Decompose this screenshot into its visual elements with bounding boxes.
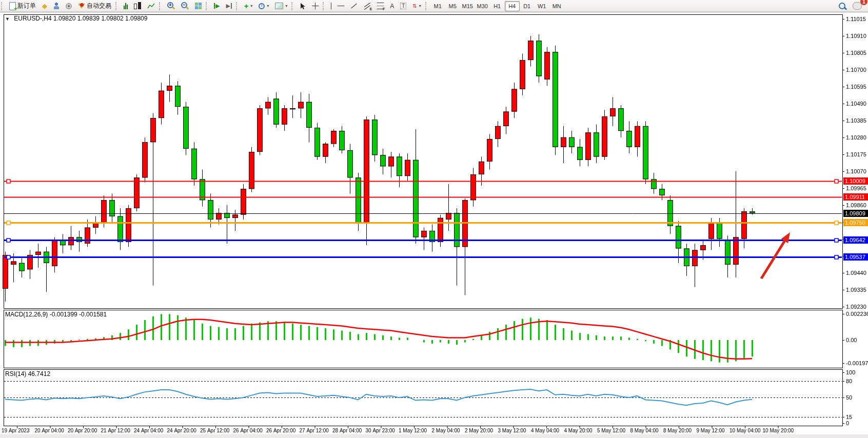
symbol-label: EURUSD-,H4 [14, 15, 51, 22]
trendline-button[interactable] [348, 1, 360, 11]
auto-scroll-icon: ▶ [214, 3, 220, 9]
profile-button[interactable] [51, 1, 62, 11]
search-icon [838, 2, 846, 10]
market-watch-button[interactable]: ◆ [40, 1, 50, 11]
rsi-value: 46.7412 [28, 370, 50, 377]
horizontal-line-icon [338, 6, 344, 6]
timeframe-button-d1[interactable]: D1 [520, 1, 535, 11]
chart-shift-icon: ▶ [226, 3, 231, 9]
text-label-icon: T [400, 3, 406, 9]
toolbar-grip[interactable] [236, 2, 239, 10]
macd-header: MACD(12,26,9) -0.001399 -0.001581 [5, 311, 107, 318]
text-label-button[interactable]: T [398, 1, 409, 11]
autotrade-icon [78, 4, 85, 9]
fibonacci-icon: F [377, 3, 384, 9]
price-level-badge: 1.09537 [843, 253, 868, 261]
auto-scroll-button[interactable]: ▶ [211, 1, 222, 11]
timeframe-group: M1M5M15M30H1H4D1W1MN [430, 1, 564, 11]
chevron-down-icon: ▾ [267, 4, 269, 8]
chevron-down-icon: ▾ [250, 4, 252, 8]
timeframe-button-w1[interactable]: W1 [535, 1, 549, 11]
channel-icon: E [364, 3, 371, 9]
fibonacci-button[interactable]: F [374, 1, 386, 11]
timeframe-button-m15[interactable]: M15 [460, 1, 475, 11]
vertical-line-icon [331, 3, 331, 9]
templates-icon [275, 3, 283, 9]
new-order-button[interactable]: + 新订单 [7, 1, 38, 11]
bar-chart-button[interactable] [121, 1, 130, 11]
price-level-badge: 1.09911 [843, 193, 868, 201]
chevron-down-icon: ▾ [419, 4, 421, 8]
new-order-label: 新订单 [17, 2, 36, 10]
mt4-window: + 新订单 ◆ 自动交易 + − [0, 0, 868, 438]
price-level-badge: 1.10009 [843, 177, 868, 185]
channel-button[interactable]: E [361, 1, 373, 11]
collapse-arrow-icon[interactable]: ▼ [5, 16, 10, 22]
timeframe-button-m1[interactable]: M1 [430, 1, 445, 11]
crosshair-button[interactable] [309, 1, 321, 11]
macd-label: MACD(12,26,9) [5, 311, 48, 318]
toolbar-grip[interactable] [323, 2, 326, 10]
toolbar-right-group: 1 [835, 1, 868, 11]
price-level-badge: 1.09750 [843, 219, 868, 226]
notifications-button[interactable]: 1 [850, 1, 864, 11]
candle-chart-icon [134, 3, 141, 9]
chevron-down-icon: ▾ [285, 4, 287, 8]
search-button[interactable] [836, 1, 849, 11]
cursor-button[interactable] [297, 1, 308, 11]
zoom-in-button[interactable]: + [165, 1, 177, 11]
price-level-badge: 1.09809 [843, 210, 868, 217]
arrows-icon: ⇅ [412, 3, 417, 9]
trendline-icon [351, 4, 357, 9]
line-chart-icon [147, 3, 155, 9]
timeframe-button-mn[interactable]: MN [549, 1, 564, 11]
horizontal-line-button[interactable] [335, 1, 347, 11]
candle-chart-button[interactable] [131, 1, 144, 11]
rsi-label: RSI(14) [5, 370, 26, 377]
tile-windows-icon [195, 3, 202, 9]
toolbar-grip[interactable] [1, 2, 4, 10]
zoom-out-icon: − [181, 2, 189, 10]
indicators-button[interactable]: +▾ [242, 1, 255, 11]
new-order-icon: + [9, 2, 16, 10]
crosshair-icon [312, 3, 319, 9]
cursor-icon [300, 3, 306, 10]
indicators-icon: + [244, 3, 248, 9]
price-chart-canvas[interactable] [0, 0, 868, 438]
periods-button[interactable]: ▾ [256, 1, 271, 11]
arrows-button[interactable]: ⇅▾ [410, 1, 423, 11]
zoom-out-button[interactable]: − [179, 1, 191, 11]
line-chart-button[interactable] [145, 1, 157, 11]
templates-button[interactable]: ▾ [272, 1, 290, 11]
macd-values: -0.001399 -0.001581 [50, 311, 107, 318]
clock-icon [259, 3, 265, 9]
market-watch-icon: ◆ [42, 3, 47, 9]
price-level-badge: 1.09642 [843, 236, 868, 244]
chart-header: ▼ EURUSD-,H4 1.09820 1.09839 1.09802 1.0… [5, 15, 147, 22]
toolbar-grip[interactable] [115, 2, 119, 10]
text-button[interactable]: A [387, 1, 397, 11]
toolbar: + 新订单 ◆ 自动交易 + − [0, 0, 868, 12]
toolbar-grip[interactable] [291, 2, 294, 10]
notification-badge: 1 [860, 0, 867, 5]
autotrade-label: 自动交易 [87, 2, 111, 10]
autotrade-button[interactable]: 自动交易 [75, 1, 114, 11]
timeframe-button-h4[interactable]: H4 [505, 1, 520, 11]
signal-icon [66, 3, 72, 9]
rsi-header: RSI(14) 46.7412 [5, 370, 50, 377]
bar-chart-icon [124, 3, 128, 9]
toolbar-grip[interactable] [425, 2, 428, 10]
toolbar-grip[interactable] [159, 2, 162, 10]
zoom-in-icon: + [167, 2, 175, 10]
vertical-line-button[interactable] [328, 1, 334, 11]
timeframe-button-m30[interactable]: M30 [475, 1, 490, 11]
toolbar-grip[interactable] [206, 2, 209, 10]
tile-windows-button[interactable] [192, 1, 204, 11]
profile-icon [53, 3, 60, 10]
timeframe-button-h1[interactable]: H1 [490, 1, 505, 11]
chart-shift-button[interactable]: ▶ [223, 1, 234, 11]
signals-button[interactable] [63, 1, 74, 11]
ohlc-values: 1.09820 1.09839 1.09802 1.09809 [53, 15, 148, 22]
text-icon: A [390, 3, 394, 10]
timeframe-button-m5[interactable]: M5 [445, 1, 460, 11]
